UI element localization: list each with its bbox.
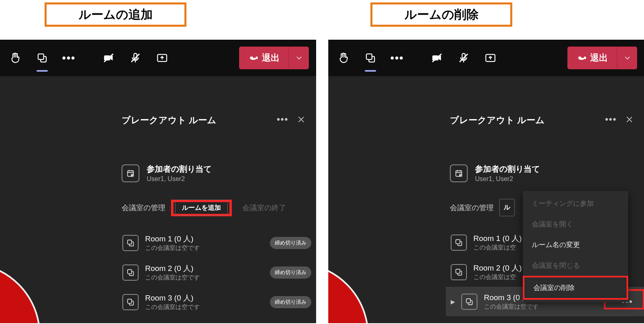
assign-title: 参加者の割り当て [147,164,212,175]
add-room-button[interactable]: ルームを追加 [175,200,228,215]
calendar-people-icon [122,164,139,182]
menu-rename-room[interactable]: ルーム名の変更 [523,234,628,255]
svg-rect-8 [128,240,132,244]
annotation-title-add: ルームの追加 [45,2,186,27]
room-name: Room 2 (0 人) [145,263,200,274]
raise-hand-icon[interactable] [336,50,352,66]
end-rooms-button[interactable]: 会議室の終了 [237,199,291,217]
assign-participants-block[interactable]: 参加者の割り当て User1, User2 [446,131,644,187]
room-status-pill: 締め切り済み [270,266,311,279]
ellipsis-icon: ••• [605,114,617,124]
panel-more-button[interactable]: ••• [274,114,291,126]
breakout-panel-header: ブレークアウト ルーム ••• [446,100,644,131]
menu-join-meeting[interactable]: ミーティングに参加 [523,193,628,214]
leave-button-group: 退出 [567,47,637,69]
room-name: Room 1 (0 人) [145,234,200,244]
raise-hand-icon[interactable] [7,50,24,66]
calendar-people-icon [450,164,468,182]
leave-chevron-button[interactable] [289,47,309,69]
room-desc: この会議室は空 [473,244,522,252]
room-item[interactable]: Room 3 (0 人) この会議室は空です 締め切り済み [118,287,316,317]
camera-off-icon[interactable] [101,50,117,66]
room-icon [122,264,139,281]
mic-off-icon[interactable] [127,50,143,66]
teams-panel-delete: ••• 退出 ブレークアウト ルーム • [328,40,644,323]
room-desc: この会議室は空です [145,244,200,252]
assign-text: 参加者の割り当て User1, User2 [475,164,540,183]
breakout-rooms-icon[interactable] [34,50,50,66]
room-icon [451,264,467,280]
side-wrap: ブレークアウト ルーム ••• 参加者の割り当て User1, User2 会議… [328,100,644,323]
annotation-title-delete-text: ルームの削除 [404,6,479,23]
room-desc: この会議室は空です [145,303,200,311]
room-item[interactable]: Room 1 (0 人) この会議室は空です 締め切り済み [118,228,316,258]
room-name: Room 3 (0 人) [145,293,200,303]
svg-rect-19 [456,239,460,243]
room-status-pill: 締め切り済み [270,237,311,249]
room-desc: この会議室は空 [473,273,522,281]
meeting-toolbar: ••• 退出 [0,40,316,76]
teams-panel-add: ••• 退出 ブレークアウト ルーム • [0,40,316,323]
room-name: Room 2 (0 人) [473,263,522,273]
assign-users: User1, User2 [475,175,540,183]
panel-more-button[interactable]: ••• [603,114,619,126]
panel-close-button[interactable] [623,113,636,128]
ellipsis-icon: ••• [277,114,289,124]
room-context-menu: ミーティングに参加 会議室を開く ルーム名の変更 会議室を閉じる 会議室の削除 [523,191,628,302]
svg-rect-0 [38,54,44,60]
breakout-panel-header: ブレークアウト ルーム ••• [118,100,316,131]
room-name: Room 1 (0 人) [473,233,522,244]
breakout-rooms-icon[interactable] [362,50,379,66]
room-icon [461,294,477,310]
recording-indicator [0,262,41,323]
menu-open-room[interactable]: 会議室を開く [523,214,628,234]
leave-button[interactable]: 退出 [567,47,617,69]
highlight-add-room: ルームを追加 [171,200,232,216]
room-desc: この会議室は空です [484,303,539,311]
assign-participants-block[interactable]: 参加者の割り当て User1, User2 [118,131,316,187]
leave-button-group: 退出 [239,47,309,69]
mic-off-icon[interactable] [456,50,472,66]
svg-rect-9 [128,269,132,273]
camera-off-icon[interactable] [429,50,445,66]
assign-text: 参加者の割り当て User1, User2 [147,164,212,183]
annotation-title-delete: ルームの削除 [370,2,512,27]
room-status-pill: 締め切り済み [270,296,311,308]
side-wrap: ブレークアウト ルーム ••• 参加者の割り当て User1, User2 会議… [0,100,316,323]
room-icon [451,234,467,251]
breakout-panel-title: ブレークアウト ルーム [122,114,216,126]
svg-rect-20 [456,269,460,273]
assign-users: User1, User2 [147,175,212,183]
leave-button-label: 退出 [590,52,608,64]
breakout-panel: ブレークアウト ルーム ••• 参加者の割り当て User1, User2 会議… [118,100,316,323]
highlight-delete-room: 会議室の削除 [523,276,628,300]
menu-close-room[interactable]: 会議室を閉じる [523,255,628,276]
room-icon [122,294,139,310]
leave-chevron-button[interactable] [617,47,637,69]
annotation-title-add-text: ルームの追加 [79,6,153,23]
chevron-right-icon: ▶ [451,298,455,305]
svg-rect-11 [366,54,372,60]
leave-button[interactable]: 退出 [239,47,289,69]
more-icon[interactable]: ••• [61,50,77,66]
svg-rect-21 [466,298,471,303]
breakout-panel-title: ブレークアウト ルーム [450,114,545,126]
room-list: Room 1 (0 人) この会議室は空です 締め切り済み Room 2 (0 … [118,221,316,317]
manage-label: 会議室の管理 [450,203,494,213]
recording-indicator [328,262,369,323]
add-room-button[interactable]: ル [499,199,515,216]
panel-close-button[interactable] [294,113,308,128]
svg-rect-10 [128,299,132,303]
breakout-panel: ブレークアウト ルーム ••• 参加者の割り当て User1, User2 会議… [446,100,644,323]
room-item[interactable]: Room 2 (0 人) この会議室は空です 締め切り済み [118,258,316,287]
assign-title: 参加者の割り当て [475,164,540,175]
manage-row: 会議室の管理 ルームを追加 会議室の終了 [118,187,316,221]
leave-button-label: 退出 [262,52,280,64]
meeting-toolbar: ••• 退出 [328,40,644,76]
share-screen-icon[interactable] [154,50,170,66]
menu-delete-room[interactable]: 会議室の削除 [524,277,627,298]
room-desc: この会議室は空です [145,274,200,281]
room-icon [122,235,139,251]
more-icon[interactable]: ••• [389,50,405,66]
share-screen-icon[interactable] [482,50,499,66]
